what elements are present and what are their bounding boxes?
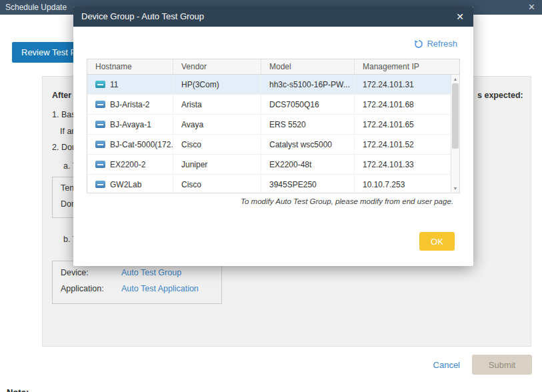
model-cell: ERS 5520 — [261, 115, 355, 134]
management-ip-cell: 172.24.101.31 — [355, 75, 459, 94]
hostname-cell: BJ-Arista-2 — [110, 100, 149, 109]
device-group-modal: Device Group - Auto Test Group ✕ Refresh… — [73, 7, 473, 266]
schedule-update-title: Schedule Update — [5, 3, 67, 12]
close-icon[interactable]: ✕ — [456, 7, 464, 27]
table-row[interactable]: EX2200-2 Juniper EX2200-48t 172.24.101.3… — [87, 155, 459, 175]
table-row[interactable]: BJ-Avaya-1 Avaya ERS 5520 172.24.101.65 — [87, 115, 459, 135]
device-icon — [95, 101, 105, 108]
device-icon — [95, 141, 105, 148]
model-cell: 3945SPE250 — [261, 175, 355, 193]
device-table-body: 11 HP(3Com) hh3c-s5100-16P-PW... 172.24.… — [87, 75, 459, 193]
device-label: Device: — [61, 268, 89, 277]
cancel-button[interactable]: Cancel — [433, 360, 460, 370]
model-cell: EX2200-48t — [261, 155, 355, 174]
management-ip-cell: 172.24.101.52 — [355, 135, 459, 154]
device-application-box: Device: Auto Test Group Application: Aut… — [52, 261, 222, 304]
table-row[interactable]: 11 HP(3Com) hh3c-s5100-16P-PW... 172.24.… — [87, 75, 459, 95]
vendor-cell: Avaya — [173, 115, 261, 134]
column-header-management-ip: Management IP — [355, 59, 459, 74]
vendor-cell: Juniper — [173, 155, 261, 174]
model-cell: DCS7050Q16 — [261, 95, 355, 114]
hostname-cell: GW2Lab — [110, 180, 141, 189]
application-link[interactable]: Auto Test Application — [121, 284, 199, 293]
vendor-cell: Cisco — [173, 135, 261, 154]
modify-note-text: To modify Auto Test Group, please modify… — [87, 197, 453, 205]
expected-fragment-text: s expected: — [477, 91, 523, 100]
vendor-cell: Arista — [173, 95, 261, 114]
device-icon — [95, 81, 105, 88]
scroll-down-icon[interactable]: ▼ — [451, 184, 459, 193]
refresh-button[interactable]: Refresh — [414, 39, 457, 49]
device-table: Hostname Vendor Model Management IP 11 H… — [87, 59, 460, 193]
device-group-link[interactable]: Auto Test Group — [121, 268, 181, 277]
hostname-cell: EX2200-2 — [110, 160, 145, 169]
scrollbar-thumb[interactable] — [452, 83, 459, 149]
modal-titlebar: Device Group - Auto Test Group ✕ — [73, 7, 473, 27]
refresh-label: Refresh — [427, 39, 457, 49]
modal-title: Device Group - Auto Test Group — [81, 11, 204, 21]
management-ip-cell: 10.10.7.253 — [355, 175, 459, 193]
scroll-up-icon[interactable]: ▲ — [451, 75, 459, 83]
model-cell: hh3c-s5100-16P-PW... — [261, 75, 355, 94]
refresh-icon — [414, 39, 423, 49]
device-icon — [95, 161, 105, 168]
vendor-cell: Cisco — [173, 175, 261, 193]
device-table-header: Hostname Vendor Model Management IP — [87, 59, 459, 75]
vertical-scrollbar[interactable]: ▲ ▼ — [451, 75, 459, 193]
model-cell: Catalyst wsc5000 — [261, 135, 355, 154]
device-icon — [95, 181, 105, 188]
management-ip-cell: 172.24.101.68 — [355, 95, 459, 114]
table-row[interactable]: GW2Lab Cisco 3945SPE250 10.10.7.253 — [87, 175, 459, 193]
column-header-vendor: Vendor — [173, 59, 261, 74]
submit-button[interactable]: Submit — [472, 355, 532, 375]
vendor-cell: HP(3Com) — [173, 75, 261, 94]
hostname-cell: 11 — [110, 80, 118, 89]
column-header-model: Model — [261, 59, 355, 74]
device-icon — [95, 121, 105, 128]
clipped-note-text: Note: — [7, 387, 29, 392]
column-header-hostname: Hostname — [87, 59, 173, 74]
ok-button[interactable]: OK — [419, 232, 455, 251]
management-ip-cell: 172.24.101.33 — [355, 155, 459, 174]
hostname-cell: BJ-Avaya-1 — [110, 120, 151, 129]
management-ip-cell: 172.24.101.65 — [355, 115, 459, 134]
screen: Schedule Update ✕ Review Test P After th… — [0, 0, 542, 392]
application-label: Application: — [61, 284, 104, 293]
table-row[interactable]: BJ-Cat-5000(172... Cisco Catalyst wsc500… — [87, 135, 459, 155]
hostname-cell: BJ-Cat-5000(172... — [110, 140, 173, 149]
table-row[interactable]: BJ-Arista-2 Arista DCS7050Q16 172.24.101… — [87, 95, 459, 115]
close-icon[interactable]: ✕ — [528, 0, 535, 15]
